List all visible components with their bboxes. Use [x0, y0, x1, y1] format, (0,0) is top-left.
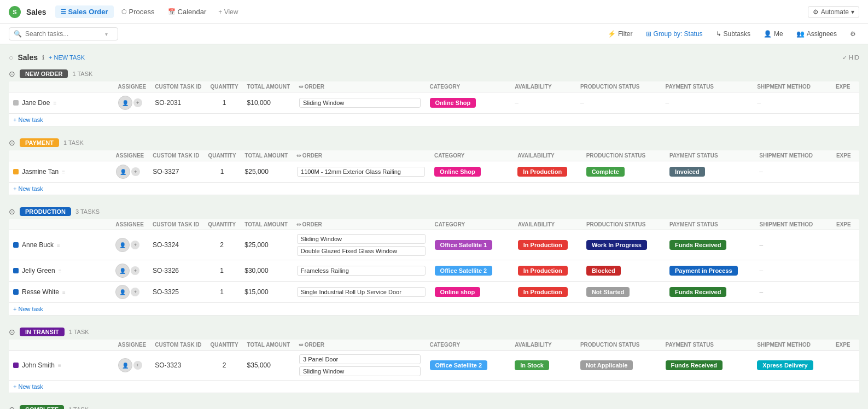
col-header-assignee: ASSIGNEE: [112, 150, 149, 161]
app-title: Sales: [26, 8, 46, 16]
col-header-quantity: QUANTITY: [203, 150, 240, 161]
section-badge-production: PRODUCTION: [20, 207, 71, 216]
shipment-method-cell: –: [753, 92, 831, 114]
new-task-row: + New task: [9, 381, 859, 393]
amount-cell: $25,000: [240, 230, 292, 260]
order-cell: 1100M - 12mm Exterior Glass Railing: [292, 161, 430, 183]
quantity-cell: 1: [206, 92, 242, 114]
collapse-all-icon[interactable]: ○: [9, 53, 13, 62]
drag-handle-icon[interactable]: ≡: [59, 268, 62, 274]
drag-handle-icon[interactable]: ≡: [53, 100, 56, 106]
filter-icon: ⚡: [608, 30, 616, 38]
exp-cell: [832, 260, 859, 282]
tab-sales-order[interactable]: ☰ Sales Order: [55, 5, 114, 18]
col-header-availability: AVAILABILITY: [510, 340, 576, 350]
add-assignee-button[interactable]: +: [133, 98, 142, 107]
amount-cell: $15,000: [240, 282, 292, 303]
category-badge: Online Shop: [430, 98, 476, 108]
new-task-button[interactable]: + New task: [13, 116, 43, 123]
category-cell: Office Satellite 2: [430, 260, 514, 282]
assignee-cell: 👤 +: [111, 230, 148, 260]
table-row: Jane Doe ≡ 👤 + SO-2031 1 $10,000 Sliding…: [9, 92, 859, 114]
exp-cell: [832, 230, 859, 260]
availability-badge: In Production: [518, 266, 568, 276]
custom-id-cell: SO-3327: [148, 161, 203, 183]
section-toggle-new-order[interactable]: ⊙: [9, 69, 15, 78]
payment-status-badge: Funds Received: [666, 360, 723, 370]
col-header-shipment-method: SHIPMENT METHOD: [755, 219, 832, 230]
add-assignee-button[interactable]: +: [131, 266, 139, 275]
category-cell: Office Satellite 2: [426, 350, 511, 381]
tab-process[interactable]: ⬡ Process: [116, 5, 160, 18]
add-assignee-button[interactable]: +: [131, 167, 140, 176]
category-cell: Office Satellite 1: [430, 230, 514, 260]
group-by-button[interactable]: ⊞ Group by: Status: [643, 28, 706, 39]
production-status-cell: Blocked: [582, 260, 665, 282]
col-header-quantity: QUANTITY: [203, 219, 240, 230]
custom-id-cell: SO-2031: [150, 92, 206, 114]
settings-button[interactable]: ⚙: [847, 28, 859, 39]
task-name-cell: Anne Buck ≡: [9, 230, 111, 260]
drag-handle-icon[interactable]: ≡: [62, 289, 66, 295]
payment-status-cell: Funds Received: [661, 350, 753, 381]
production-status-cell: Work In Progress: [582, 230, 665, 260]
availability-badge: In Production: [518, 287, 568, 297]
section-toggle-in-transit[interactable]: ⊙: [9, 328, 15, 336]
drag-handle-icon[interactable]: ≡: [57, 242, 60, 248]
section-toggle-production[interactable]: ⊙: [9, 207, 15, 216]
section-in-transit: ⊙ IN TRANSIT 1 TASK ASSIGNEE CUSTOM TASK…: [9, 324, 859, 398]
new-task-button[interactable]: + New task: [13, 306, 43, 312]
new-task-top-button[interactable]: + NEW TASK: [49, 54, 85, 61]
order-cell: Sliding Window: [294, 92, 425, 114]
assignees-button[interactable]: 👥 Assignees: [793, 28, 840, 39]
col-header-production-status: PRODUCTION STATUS: [576, 81, 661, 92]
me-button[interactable]: 👤 Me: [760, 28, 787, 39]
col-header-order: ⇔ ORDER: [294, 81, 425, 92]
section-count-payment: 1 TASK: [63, 139, 84, 146]
search-box[interactable]: 🔍 ▾: [9, 27, 118, 40]
new-task-button[interactable]: + New task: [13, 185, 43, 192]
order-cell: Sliding WindowDouble Glazed Fixed Glass …: [292, 230, 430, 260]
table-row: John Smith ≡ 👤 + SO-3323 2 $35,000 3 Pan…: [9, 350, 859, 381]
drag-handle-icon[interactable]: ≡: [62, 169, 65, 175]
add-assignee-button[interactable]: +: [131, 241, 139, 249]
table-row: Resse White ≡ 👤 + SO-3325 1 $15,000 Sing…: [9, 282, 859, 303]
filter-button[interactable]: ⚡ Filter: [604, 28, 636, 39]
avatar: 👤: [115, 238, 130, 252]
col-header-id: CUSTOM TASK ID: [148, 150, 203, 161]
section-header-new-order: ⊙ NEW ORDER 1 TASK: [9, 66, 859, 80]
task-name-cell: Jasmine Tan ≡: [9, 161, 112, 183]
add-assignee-button[interactable]: +: [131, 288, 139, 296]
table-in-transit: ASSIGNEE CUSTOM TASK ID QUANTITY TOTAL A…: [9, 340, 859, 393]
add-view-button[interactable]: + View: [214, 6, 242, 18]
col-header-payment-status: PAYMENT STATUS: [665, 219, 755, 230]
col-header-category: CATEGORY: [430, 150, 513, 161]
col-header-task: [9, 81, 114, 92]
col-header-task: [9, 219, 111, 230]
add-assignee-button[interactable]: +: [133, 361, 142, 370]
automate-button[interactable]: ⚙ Automate ▾: [808, 6, 859, 18]
col-header-category: CATEGORY: [430, 219, 514, 230]
category-badge: Office Satellite 2: [435, 266, 493, 276]
production-status-cell: Not Started: [582, 282, 665, 303]
col-header-id: CUSTOM TASK ID: [150, 81, 206, 92]
availability-cell: In Production: [514, 230, 582, 260]
hide-button[interactable]: ✓ HID: [842, 54, 859, 61]
subtasks-button[interactable]: ↳ Subtasks: [713, 28, 754, 39]
info-icon[interactable]: ℹ: [42, 54, 44, 61]
section-toggle-payment[interactable]: ⊙: [9, 138, 15, 147]
col-header-order: ⇔ ORDER: [292, 150, 430, 161]
section-toggle-complete[interactable]: ⊙: [9, 405, 15, 409]
payment-status-cell: Funds Received: [665, 282, 755, 303]
subtasks-icon: ↳: [716, 30, 721, 38]
search-input[interactable]: [25, 30, 102, 38]
col-header-shipment-method: SHIPMENT METHOD: [755, 150, 832, 161]
new-task-row: + New task: [9, 114, 859, 126]
tab-calendar[interactable]: 📅 Calendar: [162, 5, 212, 18]
gear-icon: ⚙: [850, 30, 856, 38]
new-task-button[interactable]: + New task: [13, 383, 43, 390]
search-dropdown-icon[interactable]: ▾: [105, 31, 108, 37]
drag-handle-icon[interactable]: ≡: [58, 363, 61, 369]
search-icon: 🔍: [14, 30, 22, 38]
col-header-payment-status: PAYMENT STATUS: [661, 81, 753, 92]
